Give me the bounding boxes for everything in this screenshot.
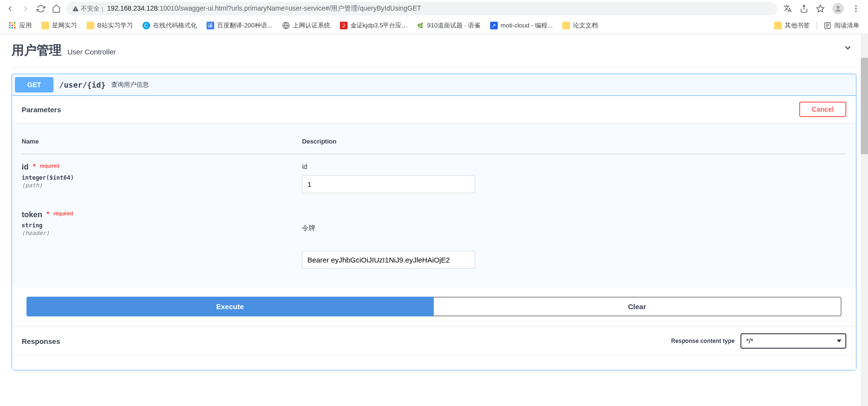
required-star: * [31,163,36,171]
required-label: required [38,163,59,169]
scrollbar-thumb[interactable] [861,58,868,154]
param-desc: id [302,163,846,170]
svg-rect-8 [9,25,11,26]
insecure-label: 不安全 [81,4,100,13]
translate-icon[interactable] [783,4,792,13]
svg-rect-5 [9,22,11,24]
svg-marker-0 [817,5,824,12]
cancel-button[interactable]: Cancel [799,102,846,117]
folder-icon [774,22,782,29]
site-icon: J [340,22,348,29]
menu-icon[interactable] [852,4,860,13]
bookmark-label: B站实习学习 [97,21,133,30]
scrollbar[interactable] [861,35,868,370]
bookmark-label: 金证kjdp3.5平台应... [350,21,407,30]
divider [816,21,817,30]
bookmark-item[interactable]: 论文文档 [559,19,601,32]
bookmark-item[interactable]: 🌿 910道面试题 · 语雀 [414,19,483,32]
forward-button[interactable] [21,4,30,13]
reload-button[interactable] [37,4,45,13]
parameter-row: token * required string (header) 令牌 [22,202,846,277]
svg-rect-6 [12,22,13,24]
bookmark-item[interactable]: J 金证kjdp3.5平台应... [337,19,410,32]
svg-rect-11 [9,27,11,28]
content-type-select[interactable]: */* [740,333,846,349]
bookmark-item[interactable]: ↗ moti-cloud - 编程... [487,19,556,32]
param-input-token[interactable] [302,251,475,269]
apps-button[interactable]: 应用 [6,19,35,32]
svg-rect-10 [14,25,15,26]
url-path: :10010/swagger-ui.html?urls.primaryName=… [158,4,421,12]
param-type: string [22,222,302,229]
parameters-title: Parameters [22,105,61,114]
parameter-row: id * required integer($int64) (path) id [22,154,846,202]
site-icon: C [143,22,150,29]
home-button[interactable] [52,4,61,13]
star-icon[interactable] [816,4,825,13]
bookmark-item[interactable]: C 在线代码格式化 [140,19,200,32]
globe-icon [282,22,290,29]
reading-list-icon [824,22,831,29]
param-in: (path) [22,182,302,189]
execute-button[interactable]: Execute [26,297,434,316]
bookmark-label: 论文文档 [573,21,598,30]
url-field[interactable]: 不安全 | 192.168.234.128:10010/swagger-ui.h… [66,2,777,15]
bookmark-item[interactable]: 译 百度翻译-200种语... [204,19,275,32]
svg-rect-7 [14,22,15,24]
operation-desc: 查询用户信息 [111,80,149,89]
url-host: 192.168.234.128 [107,4,157,12]
bookmark-label: 星网实习 [52,21,77,30]
responses-title: Responses [22,337,60,345]
bookmark-item[interactable]: 星网实习 [39,19,80,32]
clear-button[interactable]: Clear [434,297,842,316]
svg-rect-13 [14,27,15,28]
insecure-badge: 不安全 | [72,4,103,13]
site-icon: ↗ [490,22,498,29]
folder-icon [41,22,49,29]
bookmark-item[interactable]: 上网认证系统 [279,19,333,32]
param-desc: 令牌 [302,224,846,233]
other-bookmarks[interactable]: 其他书签 [771,19,813,32]
reading-list[interactable]: 阅读清单 [821,19,862,32]
param-input-id[interactable] [302,175,475,193]
svg-point-4 [855,11,857,12]
bookmark-label: 在线代码格式化 [153,21,197,30]
required-star: * [44,210,50,219]
tag-name: 用户管理 [12,42,62,59]
other-bookmarks-label: 其他书签 [785,21,810,30]
col-name-header: Name [22,133,302,154]
folder-icon [562,22,570,29]
operation-summary[interactable]: GET /user/{id} 查询用户信息 [12,74,856,95]
method-badge: GET [15,77,53,92]
tag-header[interactable]: 用户管理 User Controller [12,34,856,68]
param-type: integer($int64) [22,174,302,181]
bookmark-item[interactable]: B站实习学习 [84,19,136,32]
folder-icon [87,22,94,29]
bookmark-label: 910道面试题 · 语雀 [427,21,480,30]
svg-point-1 [837,6,840,9]
svg-rect-12 [12,27,13,28]
param-name: token [22,210,42,219]
site-icon: 译 [207,22,214,29]
avatar[interactable] [832,3,844,14]
param-in: (header) [22,230,302,236]
back-button[interactable] [6,4,14,13]
site-icon: 🌿 [416,22,424,29]
param-name: id [22,163,28,171]
apps-label: 应用 [19,21,32,30]
col-desc-header: Description [302,133,846,154]
bookmark-label: 百度翻译-200种语... [217,21,272,30]
share-icon[interactable] [800,4,808,13]
bookmark-label: moti-cloud - 编程... [501,21,553,30]
svg-point-2 [855,5,857,7]
tag-desc: User Controller [67,48,116,56]
chevron-down-icon[interactable] [843,43,853,52]
operation-path: /user/{id} [59,80,105,90]
bookmarks-bar: 应用 星网实习 B站实习学习 C 在线代码格式化 译 百度翻译-200种语...… [0,17,868,34]
bookmark-label: 上网认证系统 [293,21,330,30]
svg-rect-9 [12,25,13,26]
content-type-label: Response content type [671,338,735,344]
reading-list-label: 阅读清单 [834,21,859,30]
apps-icon [9,22,16,29]
required-label: required [52,210,73,216]
